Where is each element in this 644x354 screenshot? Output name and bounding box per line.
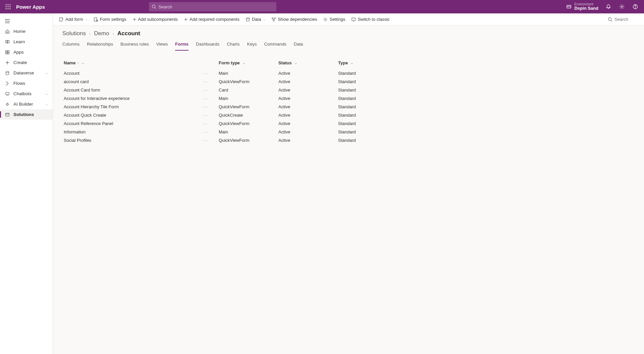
tab-views[interactable]: Views (156, 39, 168, 51)
app-title: Power Apps (16, 4, 45, 10)
table-row[interactable]: Account for Interactive experience···Mai… (62, 94, 635, 103)
column-header-formtype[interactable]: Form type ⌵ (219, 60, 278, 65)
cell-type: Standard (338, 129, 398, 134)
tab-charts[interactable]: Charts (227, 39, 239, 51)
environment-picker[interactable]: Environment Dspin Sand (566, 2, 598, 11)
cell-status: Active (278, 129, 338, 134)
table-row[interactable]: Information···MainActiveStandard (62, 128, 635, 136)
column-header-status[interactable]: Status ⌵ (278, 60, 338, 65)
svg-point-38 (273, 20, 275, 21)
settings-button[interactable]: Settings (323, 17, 345, 22)
tab-keys[interactable]: Keys (247, 39, 257, 51)
forms-table: Name ↑ ⌵ Form type ⌵ Status ⌵ Type ⌵ (53, 51, 644, 151)
chevron-down-icon: ⌵ (46, 71, 48, 75)
add-subcomponents-button[interactable]: Add subcomponents (132, 17, 178, 22)
svg-point-39 (325, 19, 326, 20)
cell-formtype: Main (219, 129, 278, 134)
add-form-button[interactable]: Add form ⌵ (59, 17, 88, 22)
chevron-right-icon: › (113, 31, 114, 36)
tab-data[interactable]: Data (294, 39, 303, 51)
notifications-icon[interactable] (602, 1, 614, 13)
column-header-type[interactable]: Type ⌵ (338, 60, 398, 65)
tab-commands[interactable]: Commands (264, 39, 286, 51)
help-icon[interactable] (629, 1, 641, 13)
sidebar-item-learn[interactable]: Learn (0, 37, 53, 47)
sidebar-item-dataverse[interactable]: Dataverse ⌵ (0, 68, 53, 78)
svg-point-24 (6, 71, 9, 72)
switch-classic-button[interactable]: Switch to classic (351, 17, 389, 22)
tab-business-rules[interactable]: Business rules (120, 39, 149, 51)
global-search[interactable] (149, 2, 276, 11)
cell-formtype: QuickViewForm (219, 104, 278, 109)
global-search-input[interactable] (158, 4, 274, 9)
app-launcher-icon[interactable] (3, 1, 13, 12)
table-row[interactable]: Account···MainActiveStandard (62, 69, 635, 77)
table-row[interactable]: Account Quick Create···QuickCreateActive… (62, 111, 635, 119)
row-more-icon[interactable]: ··· (203, 96, 208, 101)
sidebar-item-label: Learn (13, 39, 25, 44)
svg-rect-40 (352, 18, 356, 20)
sidebar-item-create[interactable]: Create (0, 57, 53, 68)
chevron-down-icon: ⌵ (86, 17, 88, 21)
svg-rect-20 (6, 52, 7, 54)
table-row[interactable]: Account Reference Panel···QuickViewFormA… (62, 119, 635, 128)
commandbar-search-input[interactable] (614, 17, 638, 22)
tab-columns[interactable]: Columns (62, 39, 79, 51)
table-row[interactable]: Account Hierarchy Tile Form···QuickViewF… (62, 103, 635, 111)
breadcrumb-link-demo[interactable]: Demo (94, 30, 109, 37)
show-dependencies-button[interactable]: Show dependencies (271, 17, 317, 22)
row-more-icon[interactable]: ··· (203, 71, 208, 76)
svg-point-3 (6, 6, 7, 7)
cell-name: account card (62, 79, 203, 84)
sidebar-toggle[interactable] (0, 16, 53, 26)
settings-icon[interactable] (616, 1, 628, 13)
commandbar-search[interactable] (608, 17, 638, 22)
chatbots-icon (5, 92, 10, 96)
table-row[interactable]: Account Card form···CardActiveStandard (62, 86, 635, 94)
command-bar: Add form ⌵ Form settings Add subcomponen… (53, 13, 644, 25)
svg-point-26 (6, 103, 8, 105)
entity-tabs: Columns Relationships Business rules Vie… (53, 39, 644, 51)
row-more-icon[interactable]: ··· (203, 79, 208, 84)
table-row[interactable]: Social Profiles···QuickViewFormActiveSta… (62, 136, 635, 144)
cell-status: Active (278, 79, 338, 84)
row-more-icon[interactable]: ··· (203, 129, 208, 134)
form-settings-button[interactable]: Form settings (94, 17, 126, 22)
data-button[interactable]: Data ⌵ (246, 17, 265, 22)
add-required-button[interactable]: Add required components (184, 17, 239, 22)
cell-type: Standard (338, 79, 398, 84)
svg-point-9 (152, 5, 155, 8)
sidebar-item-flows[interactable]: Flows (0, 78, 53, 88)
cell-status: Active (278, 138, 338, 143)
chevron-down-icon: ⌵ (243, 61, 245, 65)
tab-relationships[interactable]: Relationships (87, 39, 113, 51)
tab-forms[interactable]: Forms (175, 39, 189, 51)
svg-point-14 (635, 8, 635, 8)
breadcrumb-link-solutions[interactable]: Solutions (62, 30, 86, 37)
sidebar-item-apps[interactable]: Apps (0, 47, 53, 57)
row-more-icon[interactable]: ··· (203, 104, 208, 109)
sidebar-item-aibuilder[interactable]: AI Builder ⌵ (0, 99, 53, 109)
cell-formtype: QuickViewForm (219, 79, 278, 84)
tab-dashboards[interactable]: Dashboards (196, 39, 219, 51)
sidebar-item-solutions[interactable]: Solutions (0, 109, 53, 120)
create-icon (5, 60, 10, 65)
table-body: Account···MainActiveStandardaccount card… (62, 69, 635, 144)
chevron-down-icon: ⌵ (351, 61, 353, 65)
cell-name: Account Hierarchy Tile Form (62, 104, 203, 109)
svg-point-2 (10, 4, 11, 5)
sidebar-item-chatbots[interactable]: Chatbots ⌵ (0, 88, 53, 99)
sort-ascending-icon: ↑ (77, 61, 79, 65)
sidebar-item-label: Flows (13, 81, 25, 86)
row-more-icon[interactable]: ··· (203, 121, 208, 126)
row-more-icon[interactable]: ··· (203, 113, 208, 118)
sidebar-item-label: Chatbots (13, 91, 32, 96)
svg-point-30 (96, 20, 98, 21)
sidebar-item-home[interactable]: Home (0, 26, 53, 37)
svg-point-7 (8, 8, 9, 9)
row-more-icon[interactable]: ··· (203, 138, 208, 143)
column-header-name[interactable]: Name ↑ ⌵ (62, 60, 203, 65)
table-row[interactable]: account card···QuickViewFormActiveStanda… (62, 77, 635, 86)
row-more-icon[interactable]: ··· (203, 87, 208, 93)
svg-line-42 (611, 20, 612, 21)
